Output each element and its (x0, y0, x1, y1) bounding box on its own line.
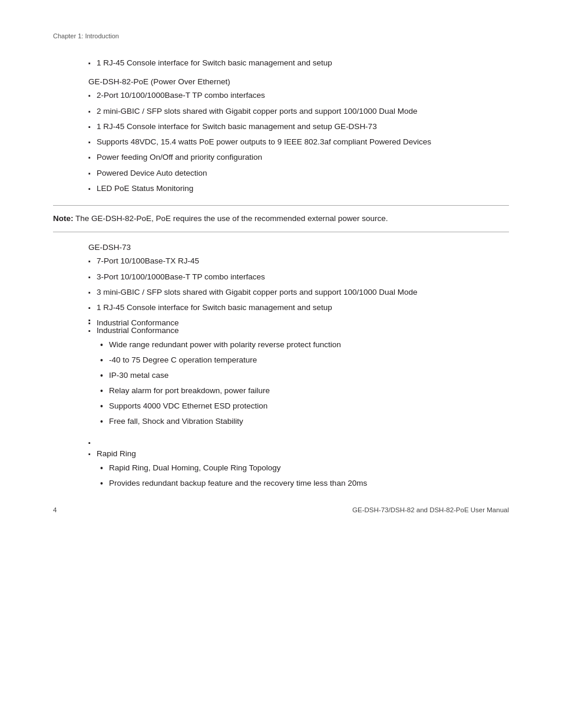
list-item-text: 2 mini-GBIC / SFP slots shared with Giga… (97, 106, 509, 117)
list-item: LED PoE Status Monitoring (88, 183, 509, 195)
list-item-text: Supports 4000 VDC Ethernet ESD protectio… (109, 400, 341, 412)
list-item: -40 to 75 Degree C operation temperature (100, 354, 341, 367)
list-item: 2 mini-GBIC / SFP slots shared with Giga… (88, 106, 509, 117)
industrial-conformance-label: Industrial Conformance (97, 325, 179, 337)
list-item: 1 RJ-45 Console interface for Switch bas… (88, 57, 509, 69)
list-item: Free fall, Shock and Vibration Stability (100, 416, 341, 428)
gedsh73-section-label: GE-DSH-73 (88, 243, 509, 252)
list-item-text: 1 RJ-45 Console interface for Switch bas… (97, 121, 509, 133)
list-item-industrial: ▪ Industrial Conformance Wide range redu… (88, 314, 509, 434)
list-item-text: 2-Port 10/100/1000Base-T TP combo interf… (97, 90, 509, 101)
poe-section-label: GE-DSH-82-PoE (Power Over Ethernet) (88, 77, 509, 86)
list-item: 2-Port 10/100/1000Base-T TP combo interf… (88, 90, 509, 101)
list-item-text: 3 mini-GBIC / SFP slots shared with Giga… (97, 286, 509, 298)
list-item-text: Wide range redundant power with polarity… (109, 339, 341, 351)
list-item: Supports 48VDC, 15.4 watts PoE power out… (88, 136, 509, 148)
industrial-parent-list: ▪ Industrial Conformance Wide range redu… (88, 314, 509, 496)
list-item: Supports 4000 VDC Ethernet ESD protectio… (100, 400, 341, 413)
list-item: 3 mini-GBIC / SFP slots shared with Giga… (88, 286, 509, 298)
list-item: Provides redundant backup feature and th… (100, 477, 367, 490)
list-item-text: Provides redundant backup feature and th… (109, 477, 367, 489)
list-item-text: Rapid Ring, Dual Homing, Couple Ring Top… (109, 462, 367, 474)
footer-manual-title: GE-DSH-73/DSH-82 and DSH-82-PoE User Man… (352, 506, 509, 513)
industrial-sub-list: Wide range redundant power with polarity… (100, 339, 341, 431)
rapid-ring-label: Rapid Ring (97, 448, 136, 460)
note-box: Note: The GE-DSH-82-PoE, PoE requires th… (53, 205, 509, 232)
list-item: Powered Device Auto detection (88, 167, 509, 179)
list-item: 7-Port 10/100Base-TX RJ-45 (88, 255, 509, 267)
page-footer: 4 GE-DSH-73/DSH-82 and DSH-82-PoE User M… (53, 506, 509, 513)
list-item-text: IP-30 metal case (109, 370, 341, 381)
list-item-text: Supports 48VDC, 15.4 watts PoE power out… (97, 136, 509, 148)
list-item: Relay alarm for port breakdown, power fa… (100, 385, 341, 397)
poe-bullet-list: 2-Port 10/100/1000Base-T TP combo interf… (88, 90, 509, 195)
list-item-text: Free fall, Shock and Vibration Stability (109, 416, 341, 427)
list-item: Rapid Ring, Dual Homing, Couple Ring Top… (100, 462, 367, 475)
list-item: 1 RJ-45 Console interface for Switch bas… (88, 121, 509, 133)
chapter-header: Chapter 1: Introduction (53, 32, 509, 39)
list-item-rapid-ring: ▪ Rapid Ring Rapid Ring, Dual Homing, Co… (88, 437, 509, 495)
note-text: The GE-DSH-82-PoE, PoE requires the use … (74, 214, 388, 223)
list-item: 1 RJ-45 Console interface for Switch bas… (88, 302, 509, 314)
gedsh73-bullet-list: 7-Port 10/100Base-TX RJ-45 3-Port 10/100… (88, 255, 509, 329)
list-item-text: -40 to 75 Degree C operation temperature (109, 354, 341, 366)
list-item-text: Powered Device Auto detection (97, 167, 509, 179)
list-item: 3-Port 10/100/1000Base-T TP combo interf… (88, 271, 509, 283)
list-item: IP-30 metal case (100, 370, 341, 382)
list-item-text: 1 RJ-45 Console interface for Switch bas… (97, 57, 509, 69)
list-item-text: 1 RJ-45 Console interface for Switch bas… (97, 302, 509, 314)
list-item-text: LED PoE Status Monitoring (97, 183, 509, 195)
list-item-text: 3-Port 10/100/1000Base-T TP combo interf… (97, 271, 509, 283)
rapid-ring-sub-list: Rapid Ring, Dual Homing, Couple Ring Top… (100, 462, 367, 493)
list-item-text: 7-Port 10/100Base-TX RJ-45 (97, 255, 509, 267)
note-label: Note: (53, 214, 74, 223)
list-item-text: Relay alarm for port breakdown, power fa… (109, 385, 341, 397)
list-item: Wide range redundant power with polarity… (100, 339, 341, 351)
list-item: Power feeding On/Off and priority config… (88, 151, 509, 163)
list-item-text: Power feeding On/Off and priority config… (97, 151, 509, 163)
footer-page-number: 4 (53, 506, 57, 513)
